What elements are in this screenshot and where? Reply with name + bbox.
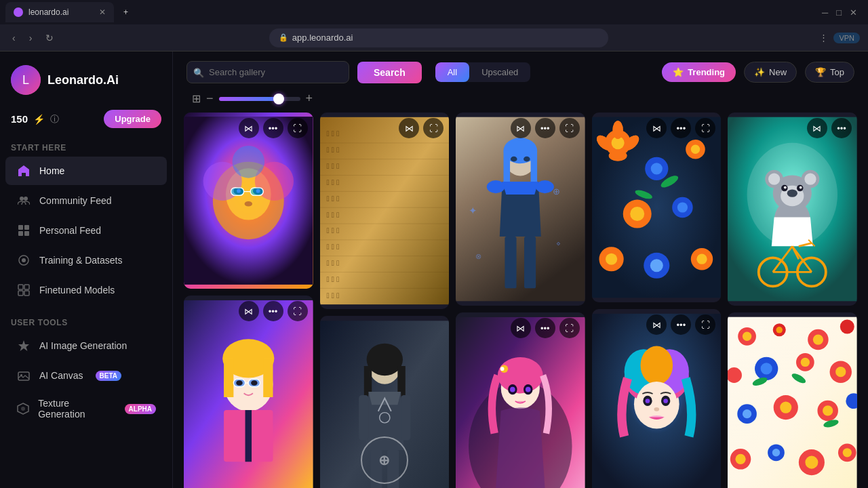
beta-badge: BETA — [96, 371, 121, 381]
remix-button[interactable]: ⋈ — [511, 318, 531, 338]
svg-point-99 — [510, 387, 515, 392]
ssl-icon: 🔒 — [279, 33, 288, 42]
gallery-item[interactable]: 𓀀 𓁀 𓂀 𓃀 𓄀 𓅀 𓆀 𓇀 𓈀 𓉀 𓊀 𓋀 𓌀 𓍀 𓎀 𓏀 𓐀 𓑀 𓒀 𓓀 … — [320, 113, 450, 309]
gallery-item[interactable]: ⋈ ••• ⛶ — [456, 312, 585, 488]
more-button[interactable]: ••• — [263, 118, 283, 138]
expand-button[interactable]: ⛶ — [288, 301, 308, 321]
forward-button[interactable]: › — [25, 30, 37, 46]
svg-point-164 — [743, 332, 751, 341]
new-tab-button[interactable]: + — [117, 2, 141, 22]
extensions-icon[interactable]: ⋮ — [819, 33, 828, 43]
sidebar-item-community-feed[interactable]: Community Feed — [5, 186, 167, 215]
svg-rect-71 — [359, 395, 368, 441]
grid-view-icon[interactable]: ⊞ — [192, 92, 201, 105]
svg-point-121 — [606, 253, 617, 265]
expand-button[interactable]: ⛶ — [559, 118, 580, 138]
finetuned-models-icon — [16, 283, 31, 298]
expand-button[interactable]: ⛶ — [559, 318, 580, 338]
sidebar-item-finetuned-models[interactable]: Finetuned Models — [5, 276, 167, 304]
svg-point-176 — [836, 367, 846, 377]
gallery-image: 𓀀 𓁀 𓂀 𓃀 𓄀 𓅀 𓆀 𓇀 𓈀 𓉀 𓊀 𓋀 𓌀 𓍀 𓎀 𓏀 𓐀 𓑀 𓒀 𓓀 … — [320, 113, 450, 309]
more-button[interactable]: ••• — [535, 318, 555, 338]
grid-size-slider[interactable] — [219, 97, 300, 101]
search-input[interactable] — [186, 61, 349, 83]
expand-button[interactable]: ⛶ — [695, 314, 715, 335]
svg-rect-7 — [24, 231, 29, 236]
svg-point-17 — [21, 407, 25, 411]
remix-button[interactable]: ⋈ — [511, 118, 531, 138]
token-info-icon[interactable]: ⓘ — [50, 113, 59, 125]
new-button[interactable]: ✨ New — [744, 62, 797, 83]
svg-point-115 — [691, 145, 700, 154]
slider-thumb — [273, 94, 284, 104]
svg-text:𓒀 𓓀 𓔀: 𓒀 𓓀 𓔀 — [326, 226, 339, 235]
token-icon: ⚡ — [33, 114, 45, 125]
svg-point-147 — [805, 174, 816, 185]
gallery-item[interactable]: ⋈ ••• ⛶ — [184, 113, 313, 289]
expand-button[interactable]: ⛶ — [423, 118, 443, 138]
gallery-item[interactable]: ⋈ ••• ⛶ — [592, 309, 722, 488]
svg-point-117 — [630, 207, 644, 221]
gallery-item[interactable]: ⋈ ••• ⛶ — [184, 296, 313, 488]
home-icon — [16, 163, 31, 178]
svg-point-133 — [640, 346, 673, 384]
search-icon: 🔍 — [193, 67, 204, 77]
top-button[interactable]: 🏆 Top — [805, 62, 854, 83]
token-bar: 150 ⚡ ⓘ Upgrade — [0, 106, 172, 138]
close-window-button[interactable]: ✕ — [850, 7, 857, 18]
filter-tab-all[interactable]: All — [435, 62, 469, 82]
remix-button[interactable]: ⋈ — [646, 118, 667, 138]
sidebar-item-texture-generation[interactable]: Texture Generation ALPHA — [5, 391, 167, 426]
remix-button[interactable]: ⋈ — [646, 314, 667, 335]
gallery-image — [728, 312, 857, 488]
minimize-button[interactable]: ─ — [822, 7, 828, 18]
svg-point-108 — [612, 121, 623, 139]
sidebar-item-ai-image-generation[interactable]: AI Image Generation — [5, 331, 167, 360]
sidebar-item-ai-canvas[interactable]: AI Canvas BETA — [5, 361, 167, 390]
alpha-badge: ALPHA — [125, 404, 156, 414]
grid-shrink-icon[interactable]: − — [206, 92, 214, 106]
more-button[interactable]: ••• — [671, 314, 691, 335]
trending-button[interactable]: ⭐ Trending — [662, 62, 736, 82]
search-button[interactable]: Search — [357, 62, 422, 83]
tab-close-button[interactable]: ✕ — [99, 7, 106, 17]
svg-text:𓉀 𓊀 𓋀: 𓉀 𓊀 𓋀 — [326, 178, 339, 186]
gallery-item[interactable] — [728, 312, 857, 488]
svg-point-100 — [526, 387, 531, 392]
svg-point-168 — [813, 334, 823, 344]
expand-button[interactable]: ⛶ — [695, 118, 715, 138]
back-button[interactable]: ‹ — [8, 30, 20, 46]
sidebar-item-home[interactable]: Home — [5, 157, 167, 185]
filter-tab-upscaled[interactable]: Upscaled — [469, 62, 530, 82]
expand-button[interactable]: ⛶ — [288, 118, 308, 138]
sidebar-label-texture: Texture Generation — [38, 398, 112, 420]
svg-point-134 — [636, 382, 677, 427]
more-button[interactable]: ••• — [671, 118, 691, 138]
gallery-image: ⊕ — [320, 316, 450, 488]
gallery-item[interactable]: ⊕ — [320, 316, 450, 488]
sidebar-logo: L Leonardo.Ai — [0, 60, 172, 106]
more-button[interactable]: ••• — [263, 301, 283, 321]
reload-button[interactable]: ↻ — [41, 30, 58, 46]
remix-button[interactable]: ⋈ — [807, 118, 827, 138]
svg-point-68 — [366, 344, 402, 376]
svg-point-191 — [843, 448, 852, 457]
more-button[interactable]: ••• — [535, 118, 555, 138]
grid-expand-icon[interactable]: + — [306, 92, 313, 106]
upgrade-button[interactable]: Upgrade — [104, 110, 161, 128]
sidebar-item-personal-feed[interactable]: Personal Feed — [5, 216, 167, 245]
gallery-item[interactable]: ⋈ ••• ⛶ — [592, 113, 722, 302]
remix-button[interactable]: ⋈ — [239, 118, 259, 138]
sidebar-item-training-datasets[interactable]: Training & Datasets — [5, 246, 167, 274]
svg-rect-10 — [18, 285, 23, 289]
remix-button[interactable]: ⋈ — [239, 301, 259, 321]
gallery-item[interactable]: ✦ ⊕ ⊗ ⋄ ⋈ ••• ⛶ — [456, 113, 585, 306]
gallery-item[interactable]: ⋈ ••• — [728, 113, 857, 306]
active-tab[interactable]: leonardo.ai ✕ — [5, 2, 114, 22]
maximize-button[interactable]: □ — [836, 7, 842, 18]
svg-point-83 — [487, 180, 505, 193]
sidebar-label-training: Training & Datasets — [39, 255, 122, 266]
remix-button[interactable]: ⋈ — [399, 118, 419, 138]
more-button[interactable]: ••• — [831, 118, 852, 138]
logo-text: Leonardo.Ai — [47, 73, 119, 87]
